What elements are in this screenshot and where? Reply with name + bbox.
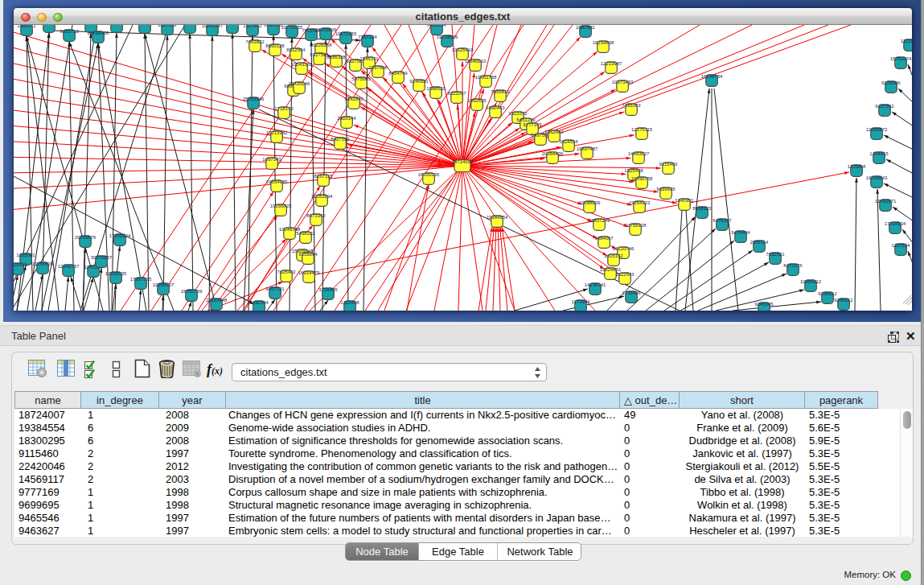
svg-text:1733426: 1733426 xyxy=(622,290,641,295)
svg-text:7462664: 7462664 xyxy=(544,130,564,134)
svg-text:16210643: 16210643 xyxy=(866,175,888,180)
svg-text:10688609: 10688609 xyxy=(579,200,601,205)
svg-text:3055713: 3055713 xyxy=(60,29,79,34)
svg-text:20206576: 20206576 xyxy=(75,235,97,240)
svg-text:8660128: 8660128 xyxy=(265,43,285,48)
svg-text:18300295: 18300295 xyxy=(418,172,440,177)
svg-text:10807487: 10807487 xyxy=(577,146,598,151)
svg-text:9245345: 9245345 xyxy=(754,302,774,307)
svg-text:18640910: 18640910 xyxy=(465,59,487,64)
svg-text:16648784: 16648784 xyxy=(701,74,723,79)
svg-text:19854985: 19854985 xyxy=(266,179,288,184)
svg-text:1292344: 1292344 xyxy=(249,300,269,305)
svg-text:1588520: 1588520 xyxy=(426,86,446,91)
svg-text:30975857: 30975857 xyxy=(91,255,113,260)
svg-text:19384554: 19384554 xyxy=(487,215,508,220)
svg-text:12923448: 12923448 xyxy=(206,298,228,303)
svg-text:1615132: 1615132 xyxy=(604,253,623,258)
svg-text:8454749: 8454749 xyxy=(388,71,408,76)
svg-text:9115460: 9115460 xyxy=(659,162,679,167)
svg-text:15751074: 15751074 xyxy=(890,56,912,61)
svg-text:9245612: 9245612 xyxy=(834,298,853,303)
svg-text:19654923: 19654923 xyxy=(629,200,651,205)
svg-text:1167534: 1167534 xyxy=(892,243,911,248)
svg-text:1546331: 1546331 xyxy=(359,56,379,61)
svg-text:9129966: 9129966 xyxy=(881,80,901,85)
svg-text:1115958: 1115958 xyxy=(848,164,866,169)
svg-text:9245612: 9245612 xyxy=(818,291,837,296)
svg-text:18807249: 18807249 xyxy=(589,218,610,223)
svg-text:1025438: 1025438 xyxy=(624,168,643,173)
svg-text:16495758: 16495758 xyxy=(631,176,653,181)
svg-text:1621072: 1621072 xyxy=(508,111,528,116)
svg-text:7955812: 7955812 xyxy=(491,89,510,94)
svg-text:8267115: 8267115 xyxy=(314,174,334,179)
svg-text:9884067: 9884067 xyxy=(594,236,614,241)
svg-text:1527602: 1527602 xyxy=(223,25,242,26)
svg-text:7663822: 7663822 xyxy=(245,39,265,44)
svg-text:9457721: 9457721 xyxy=(265,286,285,291)
svg-text:16914479: 16914479 xyxy=(298,270,320,275)
svg-text:10719155: 10719155 xyxy=(281,25,303,30)
svg-text:14463627: 14463627 xyxy=(628,151,650,156)
svg-text:10671355: 10671355 xyxy=(335,31,357,36)
svg-text:7632621: 7632621 xyxy=(766,252,785,257)
svg-text:12342757: 12342757 xyxy=(58,264,80,269)
svg-text:3824554: 3824554 xyxy=(559,139,578,144)
svg-text:8673342: 8673342 xyxy=(306,213,326,218)
svg-text:18724007: 18724007 xyxy=(452,159,474,164)
svg-text:19166825: 19166825 xyxy=(270,204,292,208)
svg-text:2367608: 2367608 xyxy=(368,65,388,70)
svg-text:6990443: 6990443 xyxy=(486,105,505,110)
svg-text:12505135: 12505135 xyxy=(105,271,127,276)
svg-text:7625402: 7625402 xyxy=(277,270,296,274)
svg-text:10853287: 10853287 xyxy=(202,25,224,28)
svg-text:9146821: 9146821 xyxy=(409,79,429,84)
svg-text:10958107: 10958107 xyxy=(153,282,175,287)
svg-text:12213987: 12213987 xyxy=(601,61,622,66)
svg-text:1244415: 1244415 xyxy=(869,151,889,156)
svg-text:8813054: 8813054 xyxy=(427,25,446,27)
svg-text:17957275: 17957275 xyxy=(130,277,152,282)
svg-text:1527602: 1527602 xyxy=(243,25,262,28)
svg-text:15692971: 15692971 xyxy=(875,199,897,204)
svg-text:12093872: 12093872 xyxy=(866,127,888,132)
svg-text:1097343: 1097343 xyxy=(262,157,281,162)
svg-text:10654112: 10654112 xyxy=(800,279,822,284)
svg-text:8186328: 8186328 xyxy=(326,55,346,60)
svg-text:2718170: 2718170 xyxy=(274,106,294,111)
svg-text:1112045: 1112045 xyxy=(901,39,912,43)
svg-text:1640951: 1640951 xyxy=(675,198,694,203)
svg-text:2522543: 2522543 xyxy=(615,272,634,277)
svg-text:3716485: 3716485 xyxy=(318,287,338,292)
svg-text:3915413: 3915413 xyxy=(14,262,27,267)
svg-text:12213382: 12213382 xyxy=(266,130,288,135)
svg-text:6479197: 6479197 xyxy=(713,218,732,223)
svg-text:1173644: 1173644 xyxy=(572,299,591,304)
svg-text:7357224: 7357224 xyxy=(358,35,377,39)
svg-text:9699695: 9699695 xyxy=(656,187,676,192)
svg-text:25053346: 25053346 xyxy=(243,97,265,101)
svg-text:10756928: 10756928 xyxy=(625,223,647,228)
svg-text:9242845: 9242845 xyxy=(344,97,363,101)
svg-text:1905571: 1905571 xyxy=(17,25,36,28)
svg-text:9474444: 9474444 xyxy=(731,230,750,235)
svg-text:8938923: 8938923 xyxy=(692,206,712,211)
svg-text:12375115: 12375115 xyxy=(631,127,653,132)
svg-text:1085328: 1085328 xyxy=(135,25,154,26)
svg-text:2803144: 2803144 xyxy=(337,116,356,121)
svg-text:1223448: 1223448 xyxy=(340,300,359,305)
svg-text:1835001: 1835001 xyxy=(16,253,35,257)
svg-text:20691406: 20691406 xyxy=(88,31,109,35)
svg-text:9227342: 9227342 xyxy=(875,104,894,109)
svg-text:2935114: 2935114 xyxy=(750,240,770,245)
svg-text:16033809: 16033809 xyxy=(315,27,337,32)
svg-text:10543362: 10543362 xyxy=(291,62,313,67)
svg-text:20364436: 20364436 xyxy=(542,151,564,156)
svg-text:1527602: 1527602 xyxy=(158,25,177,27)
svg-text:8471676: 8471676 xyxy=(783,263,803,268)
svg-text:8912954: 8912954 xyxy=(286,47,306,52)
svg-text:23420046: 23420046 xyxy=(289,81,310,86)
svg-text:8322037: 8322037 xyxy=(447,91,466,96)
svg-text:10961758: 10961758 xyxy=(475,75,497,80)
